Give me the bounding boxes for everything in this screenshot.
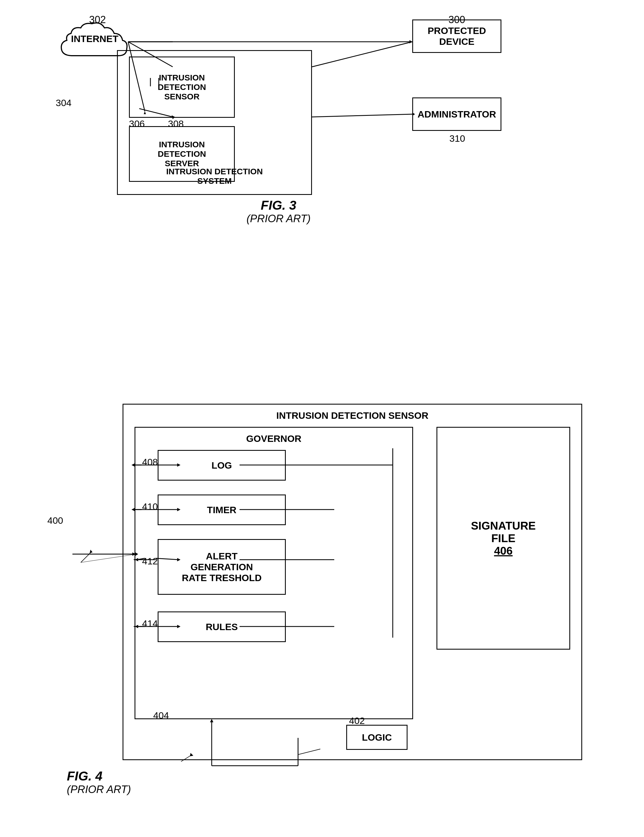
alert-label: ALERTGENERATIONRATE TRESHOLD [182,551,261,583]
label-412: 412 [142,556,158,567]
protected-device-box: PROTECTEDDEVICE [412,20,501,53]
svg-marker-44 [90,550,92,553]
ids-server-label: INTRUSIONDETECTIONSERVER [158,140,206,168]
label-408: 408 [142,457,158,468]
fig4-area: INTRUSION DETECTION SENSOR GOVERNOR LOG … [44,404,596,810]
label-400: 400 [48,515,63,526]
logic-label: LOGIC [362,732,392,743]
administrator-box: ADMINISTRATOR [412,97,501,131]
log-label: LOG [212,460,232,471]
governor-box: GOVERNOR LOG 408 TIMER 410 ALERTGENERATI… [135,427,413,719]
alert-box: ALERTGENERATIONRATE TRESHOLD [158,539,286,595]
rules-box: RULES [158,611,286,642]
signature-file-number: 406 [494,545,513,557]
ids-outer-box: INTRUSIONDETECTIONSENSOR 306 308 INTRUSI… [117,50,312,195]
ids-sensor-box: INTRUSIONDETECTIONSENSOR [129,56,235,118]
fig4-outer-box: INTRUSION DETECTION SENSOR GOVERNOR LOG … [123,404,582,760]
logic-box: LOGIC [346,725,407,750]
ids-system-label: INTRUSION DETECTIONSYSTEM [166,167,263,186]
svg-line-7 [312,114,412,117]
signature-file-label: SIGNATUREFILE [471,520,536,545]
diagram-container: 302 INTERNET 300 PROTECTEDDEVICE INTRUSI… [0,0,644,837]
fig3-area: 302 INTERNET 300 PROTECTEDDEVICE INTRUSI… [56,11,501,228]
fig3-subtitle: (PRIOR ART) [246,213,310,225]
label-310: 310 [449,133,465,144]
log-box: LOG [158,450,286,481]
fig3-title: FIG. 3 [246,198,310,213]
svg-line-43 [81,551,92,563]
protected-device-label: PROTECTEDDEVICE [427,25,486,47]
fig4-subtitle: (PRIOR ART) [67,784,131,796]
ids-sensor-label: INTRUSIONDETECTIONSENSOR [158,73,206,101]
label-404: 404 [153,710,169,721]
label-402: 402 [349,715,365,726]
fig4-caption: FIG. 4 (PRIOR ART) [67,768,131,796]
fig4-title: FIG. 4 [67,768,131,784]
administrator-label: ADMINISTRATOR [417,109,496,120]
label-414: 414 [142,618,158,629]
fig3-caption: FIG. 3 (PRIOR ART) [246,198,310,225]
timer-box: TIMER [158,494,286,525]
governor-label: GOVERNOR [246,433,301,444]
rules-label: RULES [205,622,238,632]
timer-label: TIMER [207,505,237,515]
svg-line-6 [312,42,412,67]
label-410: 410 [142,501,158,512]
signature-file-box: SIGNATUREFILE 406 [437,427,570,650]
internet-label: INTERNET [64,33,125,44]
fig4-ids-label: INTRUSION DETECTION SENSOR [276,410,429,421]
label-304: 304 [56,97,72,108]
svg-marker-5 [409,40,412,43]
